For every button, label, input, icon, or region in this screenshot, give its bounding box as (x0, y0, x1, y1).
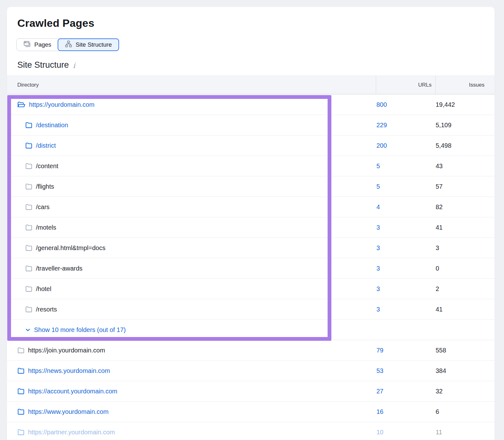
folder-gray-icon (25, 183, 32, 190)
urls-count-link[interactable]: 229 (376, 122, 387, 129)
table-row: https://news.yourdomain.com53384 (7, 361, 495, 381)
table-row: /resorts341 (7, 299, 495, 320)
table-row: /general.html&tmpl=docs33 (7, 238, 495, 258)
view-toggle: Pages Site Structure (16, 38, 119, 51)
table-row: https://yourdomain.com80019,442 (7, 94, 495, 115)
directory-label: /general.html&tmpl=docs (36, 244, 106, 252)
table-body: https://yourdomain.com80019,442/destinat… (7, 94, 495, 440)
directory-label: /content (36, 163, 58, 170)
section-heading: Site Structure i (17, 60, 495, 70)
folder-gray-icon (25, 245, 32, 251)
folder-gray-icon (25, 163, 32, 169)
directory-label: /motels (36, 224, 56, 231)
issues-count: 41 (436, 224, 443, 231)
directory-link[interactable]: https://www.yourdomain.com (28, 408, 109, 415)
urls-count-link[interactable]: 3 (376, 285, 380, 293)
tab-pages-label: Pages (34, 41, 51, 48)
urls-count-link[interactable]: 4 (376, 203, 380, 211)
issues-count: 41 (436, 306, 443, 313)
column-header-directory: Directory (17, 76, 39, 94)
urls-count-link[interactable]: 79 (376, 347, 383, 354)
issues-count: 82 (436, 203, 443, 211)
directory-link[interactable]: https://partner.yourdomain.com (28, 429, 115, 436)
directory-label: https://join.yourdomain.com (28, 347, 105, 354)
table-row: https://account.yourdomain.com2732 (7, 381, 495, 402)
table-row: https://partner.yourdomain.com1011 (7, 422, 495, 440)
pages-icon (23, 41, 31, 49)
table-row: /traveller-awards30 (7, 258, 495, 279)
column-divider (435, 76, 436, 94)
issues-count: 32 (436, 388, 443, 395)
folder-gray-icon (25, 306, 32, 312)
urls-count-link[interactable]: 5 (376, 163, 380, 170)
issues-count: 6 (436, 408, 439, 415)
site-structure-table: Directory URLs Issues https://yourdomain… (7, 76, 495, 440)
urls-count-link[interactable]: 5 (376, 183, 380, 190)
show-more-folders-link[interactable]: Show 10 more folders (out of 17) (34, 326, 126, 334)
issues-count: 0 (436, 265, 439, 272)
urls-count-link[interactable]: 3 (376, 224, 380, 231)
folder-gray-icon (25, 224, 32, 231)
chevron-down-icon (25, 327, 31, 333)
folder-gray-icon (25, 286, 32, 292)
table-row: /content543 (7, 156, 495, 176)
table-row: https://www.yourdomain.com166 (7, 402, 495, 422)
issues-count: 3 (436, 244, 439, 252)
tab-pages[interactable]: Pages (17, 39, 58, 51)
folder-blue-icon (17, 409, 25, 415)
table-row: /destination2295,109 (7, 115, 495, 135)
table-row: /district2005,498 (7, 135, 495, 156)
directory-link[interactable]: https://news.yourdomain.com (28, 367, 110, 374)
urls-count-link[interactable]: 53 (376, 367, 383, 374)
directory-link[interactable]: /destination (36, 122, 68, 129)
table-row: /cars482 (7, 197, 495, 217)
tab-site-structure-label: Site Structure (76, 41, 112, 48)
urls-count-link[interactable]: 3 (376, 244, 380, 252)
tab-site-structure[interactable]: Site Structure (58, 38, 119, 51)
urls-count-link[interactable]: 27 (376, 388, 383, 395)
table-row: https://join.yourdomain.com79558 (7, 340, 495, 361)
issues-count: 11 (436, 429, 442, 436)
issues-count: 2 (436, 285, 439, 293)
issues-count: 384 (436, 367, 446, 374)
crawled-pages-card: Crawled Pages Pages (7, 7, 495, 440)
folder-blue-icon (25, 142, 32, 149)
directory-link[interactable]: https://account.yourdomain.com (28, 388, 117, 395)
folder-open-blue-icon (17, 101, 26, 108)
folder-blue-icon (17, 388, 25, 394)
urls-count-link[interactable]: 800 (376, 101, 387, 108)
directory-label: /cars (36, 203, 49, 211)
directory-link[interactable]: /district (36, 142, 56, 149)
urls-count-link[interactable]: 10 (376, 429, 383, 436)
directory-label: /traveller-awards (36, 265, 83, 272)
directory-label: /hotel (36, 285, 51, 293)
issues-count: 19,442 (436, 101, 455, 108)
column-header-issues: Issues (469, 76, 484, 94)
info-icon[interactable]: i (73, 61, 75, 69)
directory-link[interactable]: https://yourdomain.com (29, 101, 94, 108)
column-header-urls: URLs (418, 76, 432, 94)
folder-blue-icon (17, 368, 25, 374)
urls-count-link[interactable]: 16 (376, 408, 383, 415)
folder-blue-icon (25, 122, 32, 128)
column-divider (376, 76, 376, 94)
issues-count: 5,109 (436, 122, 451, 129)
directory-label: /flights (36, 183, 54, 190)
table-row: /flights557 (7, 176, 495, 197)
site-structure-icon (65, 40, 72, 49)
show-more-row: Show 10 more folders (out of 17) (7, 320, 495, 340)
folder-blue-icon (17, 429, 25, 435)
page-title: Crawled Pages (17, 16, 495, 30)
table-header: Directory URLs Issues (7, 76, 495, 94)
folder-gray-icon (25, 265, 32, 271)
directory-label: /resorts (36, 306, 57, 313)
urls-count-link[interactable]: 3 (376, 306, 380, 313)
urls-count-link[interactable]: 3 (376, 265, 380, 272)
issues-count: 5,498 (436, 142, 451, 149)
table-row: /hotel32 (7, 279, 495, 299)
urls-count-link[interactable]: 200 (376, 142, 387, 149)
folder-gray-icon (25, 204, 32, 210)
issues-count: 57 (436, 183, 443, 190)
folder-gray-icon (17, 347, 25, 353)
issues-count: 43 (436, 163, 443, 170)
